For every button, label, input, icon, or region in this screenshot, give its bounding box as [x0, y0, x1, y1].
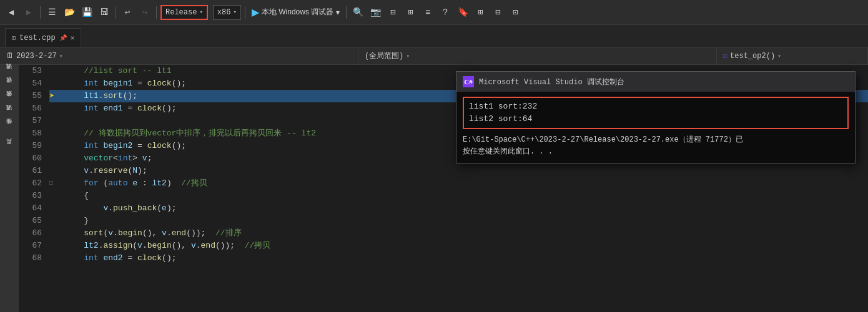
line-num-55: 55	[19, 90, 42, 102]
extra2-button[interactable]: ⊟	[490, 5, 505, 20]
nav-file-segment[interactable]: 🗓 2023-2-27 ▾	[0, 47, 358, 64]
tab-bar: ⊡ test.cpp 📌 ✕	[0, 25, 868, 47]
line-63-text: {	[64, 190, 89, 202]
debugger-arrow: ▾	[336, 8, 340, 17]
save-all-button[interactable]: 🖫	[97, 5, 112, 20]
nav-file-name: 2023-2-27	[16, 52, 57, 61]
side-icon-debug2[interactable]: 调试	[1, 109, 18, 121]
line-62-text: for (auto e : lt2) //拷贝	[64, 177, 207, 190]
nav-file-label: 🗓	[6, 51, 14, 61]
grid-button[interactable]: ⊞	[403, 5, 418, 20]
nav-scope-segment[interactable]: (全局范围) ▾	[358, 47, 717, 64]
tab-test-cpp[interactable]: ⊡ test.cpp 📌 ✕	[5, 28, 81, 47]
line-num-68: 68	[19, 252, 42, 265]
line-68-text: int end2 = clock();	[64, 252, 176, 265]
line-58-text: // 将数据拷贝到vector中排序，排完以后再拷贝回来 -- lt2	[64, 127, 316, 140]
debugger-label: 本地 Windows 调试器	[262, 7, 333, 17]
line-num-65: 65	[19, 215, 42, 227]
tab-label: test.cpp	[19, 34, 56, 42]
line-54-text: int begin1 = clock();	[64, 77, 186, 90]
separator-1	[40, 6, 41, 19]
configuration-dropdown[interactable]: Release ▾	[160, 5, 208, 20]
tab-pin-icon: 📌	[59, 34, 67, 42]
configuration-arrow: ▾	[199, 9, 202, 16]
collapse-icon-62[interactable]: □	[49, 177, 64, 190]
open-button[interactable]: 📂	[62, 5, 77, 20]
line-64-text: v.push_back(e);	[64, 202, 177, 215]
line-num-57: 57	[19, 115, 42, 127]
separator-4	[245, 6, 245, 19]
nav-function-label: test_op2()	[730, 52, 775, 61]
line-num-67: 67	[19, 240, 42, 252]
console-output-line-2: list2 sort:64	[469, 113, 842, 125]
menu-button[interactable]: ☰	[44, 5, 59, 20]
line-67-text: lt2.assign(v.begin(), v.end()); //拷贝	[64, 240, 270, 252]
redo-button[interactable]: ↪	[137, 5, 152, 20]
toolbar: ◀ ▶ ☰ 📂 💾 🖫 ↩ ↪ Release ▾ x86 ▾ ▶ 本地 Win…	[0, 0, 868, 25]
find-button[interactable]: 🔍	[350, 5, 365, 20]
extra1-button[interactable]: ⊞	[473, 5, 488, 20]
extra3-button[interactable]: ⊡	[508, 5, 523, 20]
line-num-53: 53	[19, 65, 42, 77]
line-65-text: }	[64, 215, 89, 227]
platform-label: x86	[217, 8, 231, 17]
line-num-60: 60	[19, 152, 42, 165]
bookmark-button[interactable]: 🔖	[455, 5, 470, 20]
nav-file-arrow: ▾	[59, 52, 63, 60]
save-button[interactable]: 💾	[79, 5, 94, 20]
line-num-66: 66	[19, 227, 42, 240]
code-line-61: v.reserve(N);	[49, 165, 868, 177]
tab-close-button[interactable]: ✕	[71, 34, 75, 42]
side-icon-plugin[interactable]: 插件	[1, 122, 18, 135]
line-num-64: 64	[19, 202, 42, 215]
separator-3	[156, 6, 157, 19]
code-line-66: sort(v.begin(), v.end()); //排序	[49, 227, 868, 240]
undo-button[interactable]: ↩	[120, 5, 135, 20]
line-60-text: vector<int> v;	[64, 152, 152, 165]
nav-scope-arrow: ▾	[406, 52, 410, 60]
configuration-label: Release	[165, 8, 197, 17]
nav-function-icon: ☑	[723, 51, 727, 61]
nav-function-arrow: ▾	[777, 52, 781, 60]
platform-arrow: ▾	[233, 9, 236, 16]
code-line-67: lt2.assign(v.begin(), v.end()); //拷贝	[49, 240, 868, 252]
separator-2	[116, 6, 116, 19]
code-line-62: □ for (auto e : lt2) //拷贝	[49, 177, 868, 190]
code-line-63: {	[49, 190, 868, 202]
separator-5	[346, 6, 347, 19]
platform-dropdown[interactable]: x86 ▾	[213, 5, 241, 20]
forward-button[interactable]: ▶	[21, 5, 36, 20]
line-num-62: 62	[19, 177, 42, 190]
line-55-text: lt1.sort();	[64, 90, 137, 102]
side-icon-error[interactable]: 错误	[1, 81, 18, 94]
code-line-68: int end2 = clock();	[49, 252, 868, 265]
side-panel: 调试 错误 搜索 调试 插件 工具	[0, 65, 19, 312]
help-button[interactable]: ?	[438, 5, 453, 20]
align-button[interactable]: ≡	[420, 5, 435, 20]
line-num-56: 56	[19, 102, 42, 115]
side-icon-tools[interactable]: 工具	[1, 142, 18, 155]
line-56-text: int end1 = clock();	[64, 102, 176, 115]
back-button[interactable]: ◀	[4, 5, 19, 20]
snapshot-button[interactable]: 📷	[368, 5, 383, 20]
nav-breadcrumb-bar: 🗓 2023-2-27 ▾ (全局范围) ▾ ☑ test_op2() ▾	[0, 47, 868, 65]
nav-scope-label: (全局范围)	[365, 51, 403, 61]
line-num-59: 59	[19, 140, 42, 152]
run-debugger-button[interactable]: ▶ 本地 Windows 调试器 ▾	[249, 6, 342, 18]
line-numbers: 53 54 55 56 57 58 59 60 61 62 63 64 65 6…	[19, 65, 47, 312]
line-num-58: 58	[19, 127, 42, 140]
nav-function-segment[interactable]: ☑ test_op2() ▾	[717, 47, 868, 64]
code-line-64: v.push_back(e);	[49, 202, 868, 215]
console-hint: 按任意键关闭此窗口. . .	[463, 145, 849, 158]
side-icon-debug[interactable]: 调试	[1, 67, 18, 80]
side-icon-search[interactable]: 搜索	[1, 95, 18, 107]
run-icon: ▶	[252, 6, 259, 18]
line-num-54: 54	[19, 77, 42, 90]
line-61-text: v.reserve(N);	[64, 165, 147, 177]
console-window: C# Microsoft Visual Studio 调试控制台 list1 s…	[456, 71, 856, 163]
line-53-text: //list sort -- lt1	[64, 65, 172, 77]
line-num-61: 61	[19, 165, 42, 177]
console-title-bar: C# Microsoft Visual Studio 调试控制台	[456, 72, 855, 92]
lines-button[interactable]: ⊟	[385, 5, 400, 20]
console-path: E:\Git-Space\C++\2023-2-27\Release\2023-…	[463, 134, 849, 145]
